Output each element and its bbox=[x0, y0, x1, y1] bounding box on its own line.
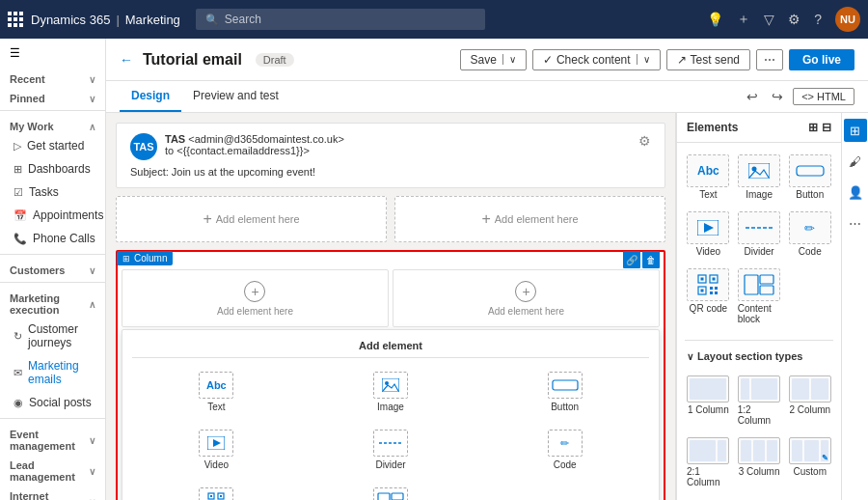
column-delete-button[interactable]: 🗑 bbox=[642, 251, 660, 268]
inner-col-right[interactable]: + Add element here bbox=[393, 269, 660, 327]
settings-icon[interactable]: ⚙ bbox=[788, 12, 800, 27]
column-block-header: ⊞ Column bbox=[117, 251, 173, 265]
lightbulb-icon[interactable]: 💡 bbox=[707, 12, 723, 27]
settings-icon[interactable]: ⚙ bbox=[638, 133, 651, 149]
sidebar-section-marketing-exec[interactable]: Marketing execution ∧ bbox=[0, 287, 105, 318]
chevron-down-icon: ∨ bbox=[89, 74, 95, 85]
tool-elements[interactable]: ⊞ bbox=[844, 119, 867, 142]
save-dropdown-icon[interactable]: ∨ bbox=[502, 54, 516, 65]
plus-icon: + bbox=[481, 210, 490, 228]
sidebar-section-recent[interactable]: Recent ∨ bbox=[0, 68, 105, 87]
sidebar-section-pinned[interactable]: Pinned ∨ bbox=[0, 87, 105, 106]
el-qr-code[interactable]: QR code bbox=[685, 264, 732, 328]
video-icon bbox=[199, 430, 233, 457]
layout-section-header[interactable]: ∨ Layout section types bbox=[677, 345, 841, 368]
sidebar-item-social-posts[interactable]: ◉ Social posts bbox=[0, 391, 105, 414]
collapse-icon[interactable]: ⊟ bbox=[822, 121, 831, 134]
sidebar-item-marketing-emails[interactable]: ✉ Marketing emails bbox=[0, 354, 105, 391]
element-divider[interactable]: Divider bbox=[307, 424, 475, 476]
add-element-left[interactable]: + Add element here bbox=[116, 196, 387, 242]
plus-circle-icon-right[interactable]: + bbox=[515, 281, 536, 302]
el-divider[interactable]: Divider bbox=[736, 208, 783, 261]
redo-button[interactable]: ↪ bbox=[768, 87, 787, 106]
check-content-button[interactable]: ✓ Check content ∨ bbox=[532, 49, 661, 70]
el-text-icon: Abc bbox=[687, 154, 729, 187]
send-icon: ↗ bbox=[677, 53, 687, 67]
sidebar-section-internet-marketing[interactable]: Internet marketing ∨ bbox=[0, 485, 105, 500]
element-text[interactable]: Abc Text bbox=[132, 366, 301, 418]
inner-col-left[interactable]: + Add element here bbox=[122, 269, 389, 327]
layout-2col[interactable]: 2 Column bbox=[786, 372, 833, 430]
sidebar-section-event-mgmt[interactable]: Event management ∨ bbox=[0, 423, 105, 454]
layout-2-1col[interactable]: 2:1 Column bbox=[685, 433, 732, 491]
element-video[interactable]: Video bbox=[132, 424, 301, 476]
layout-col-b bbox=[811, 378, 828, 400]
html-button[interactable]: <> HTML bbox=[793, 88, 854, 105]
sidebar-section-lead-mgmt[interactable]: Lead management ∨ bbox=[0, 454, 105, 485]
tab-preview[interactable]: Preview and test bbox=[181, 81, 290, 112]
undo-button[interactable]: ↩ bbox=[743, 87, 762, 106]
el-text[interactable]: Abc Text bbox=[685, 151, 732, 204]
tab-design[interactable]: Design bbox=[120, 81, 181, 112]
column-block: ⊞ Column 🔗 🗑 + Add element here bbox=[116, 250, 665, 500]
plus-icon[interactable]: ＋ bbox=[737, 11, 750, 28]
svg-rect-36 bbox=[760, 275, 773, 284]
sidebar-toggle[interactable]: ☰ bbox=[0, 39, 105, 68]
right-panel: Elements ⊞ ⊟ Abc Text bbox=[675, 113, 868, 500]
help-icon[interactable]: ? bbox=[814, 12, 822, 27]
tool-more[interactable]: ⋯ bbox=[844, 211, 867, 235]
sidebar-section-customers[interactable]: Customers ∨ bbox=[0, 259, 105, 278]
expand-icon[interactable]: ⊞ bbox=[808, 121, 818, 134]
column-link-button[interactable]: 🔗 bbox=[623, 251, 640, 268]
tool-style[interactable]: 🖌 bbox=[844, 150, 867, 173]
el-image[interactable]: Image bbox=[736, 151, 783, 204]
main-layout: ☰ Recent ∨ Pinned ∨ My Work ∧ ▷ Get star… bbox=[0, 39, 868, 500]
el-button[interactable]: Button bbox=[786, 151, 833, 204]
add-element-right[interactable]: + Add element here bbox=[394, 196, 665, 242]
journey-icon: ↻ bbox=[14, 330, 22, 343]
save-button[interactable]: Save ∨ bbox=[460, 49, 527, 70]
editor-area: TAS TAS <admin@d365domaintest.co.uk> to … bbox=[106, 113, 868, 500]
layout-custom[interactable]: ✎ Custom bbox=[786, 433, 833, 491]
element-button[interactable]: Button bbox=[480, 366, 649, 418]
el-video[interactable]: Video bbox=[685, 208, 732, 261]
user-avatar[interactable]: NU bbox=[835, 7, 860, 32]
sidebar-item-phone-calls[interactable]: 📞 Phone Calls bbox=[0, 227, 105, 250]
layout-1col[interactable]: 1 Column bbox=[685, 372, 732, 430]
tool-personalize[interactable]: 👤 bbox=[844, 181, 867, 204]
code-icon: ✏ bbox=[548, 430, 583, 457]
check-dropdown-icon[interactable]: ∨ bbox=[637, 54, 650, 65]
el-content-block[interactable]: Content block bbox=[736, 264, 783, 328]
layout-1-2col[interactable]: 1:2 Column bbox=[736, 372, 783, 430]
element-image[interactable]: Image bbox=[307, 366, 475, 418]
more-options-button[interactable]: ⋯ bbox=[756, 49, 783, 70]
filter-icon[interactable]: ▽ bbox=[764, 12, 774, 27]
search-input[interactable] bbox=[225, 13, 475, 26]
sidebar-item-appointments[interactable]: 📅 Appointments bbox=[0, 204, 105, 227]
sidebar-item-get-started[interactable]: ▷ Get started bbox=[0, 134, 105, 157]
layout-3col[interactable]: 3 Column bbox=[736, 433, 783, 491]
element-qr-code[interactable]: QR code bbox=[132, 482, 301, 500]
sidebar-item-customer-journeys[interactable]: ↻ Customer journeys bbox=[0, 318, 105, 354]
element-code[interactable]: ✏ Code bbox=[480, 424, 649, 476]
test-send-button[interactable]: ↗ Test send bbox=[666, 49, 750, 70]
inner-col-content: + Add element here bbox=[217, 281, 293, 317]
svg-rect-0 bbox=[382, 378, 399, 392]
search-bar[interactable]: 🔍 bbox=[196, 9, 485, 30]
el-code[interactable]: ✏ Code bbox=[786, 208, 833, 261]
element-content-block[interactable]: Content block bbox=[307, 482, 475, 500]
app-brand: Dynamics 365 | Marketing bbox=[31, 13, 180, 27]
popup-title: Add element bbox=[132, 340, 649, 358]
sidebar-item-tasks[interactable]: ☑ Tasks bbox=[0, 181, 105, 204]
sidebar: ☰ Recent ∨ Pinned ∨ My Work ∧ ▷ Get star… bbox=[0, 39, 106, 500]
sidebar-item-dashboards[interactable]: ⊞ Dashboards bbox=[0, 157, 105, 181]
chevron-down-icon: ∨ bbox=[89, 497, 95, 501]
plus-circle-icon[interactable]: + bbox=[244, 281, 265, 302]
back-button[interactable]: ← bbox=[120, 52, 133, 68]
svg-rect-33 bbox=[710, 292, 713, 294]
app-grid-icon[interactable] bbox=[8, 12, 23, 27]
go-live-button[interactable]: Go live bbox=[789, 49, 854, 70]
nav-icons: 💡 ＋ ▽ ⚙ ? NU bbox=[707, 7, 860, 32]
sidebar-section-mywork[interactable]: My Work ∧ bbox=[0, 115, 105, 134]
elements-grid: Abc Text Image bbox=[677, 143, 841, 336]
